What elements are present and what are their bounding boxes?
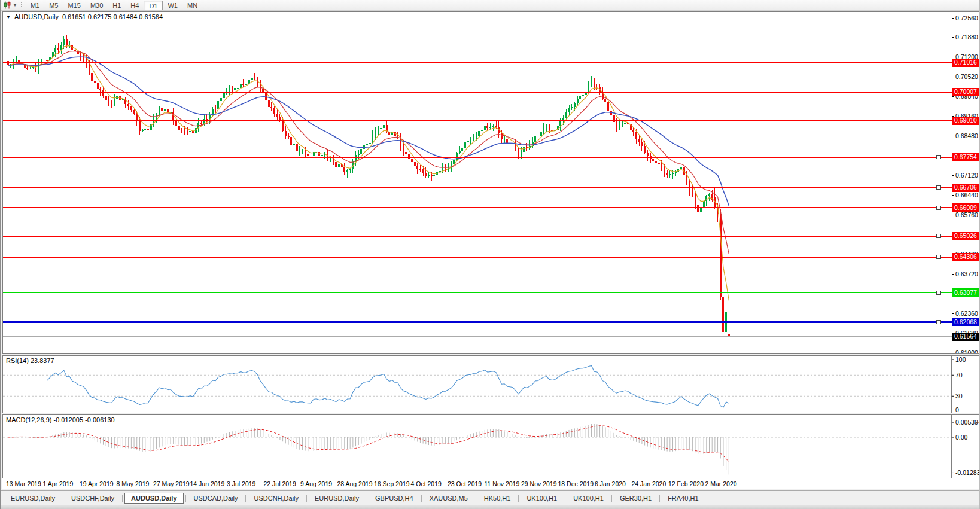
time-axis-label: 2 Mar 2020: [705, 480, 737, 487]
hline-handle: [936, 234, 940, 238]
hline-0.66009[interactable]: [3, 206, 952, 209]
svg-text:100: 100: [955, 356, 966, 363]
time-axis-label: 3 Jul 2019: [227, 480, 255, 487]
main-chart-panel[interactable]: 0.725600.718800.712000.705200.698400.691…: [2, 11, 980, 354]
time-axis-label: 14 Jun 2019: [190, 480, 225, 487]
ma-fast-line: [8, 45, 729, 300]
chart-tab-eurusd-daily-0[interactable]: EURUSD,Daily: [5, 493, 61, 504]
time-axis-label: 28 Aug 2019: [337, 480, 373, 487]
svg-text:0.72560: 0.72560: [955, 14, 978, 22]
time-axis-label: 9 Aug 2019: [300, 480, 332, 487]
svg-text:0.61000: 0.61000: [955, 349, 978, 354]
svg-text:0.70007: 0.70007: [954, 88, 977, 95]
rsi-label: RSI(14) 23.8377: [6, 357, 54, 364]
tab-separator: [122, 495, 123, 502]
chart-tab-usdchf-daily-1[interactable]: USDCHF,Daily: [65, 493, 120, 504]
time-axis-label: 27 May 2019: [153, 480, 190, 487]
timeframe-button-w1[interactable]: W1: [163, 1, 182, 10]
tab-separator: [367, 495, 367, 502]
hline-0.66706[interactable]: [3, 186, 952, 190]
svg-text:0: 0: [955, 406, 959, 413]
macd-label: MACD(12,26,9) -0.012005 -0.006130: [6, 416, 115, 423]
rsi-panel[interactable]: 10070300 RSI(14) 23.8377: [2, 355, 980, 413]
svg-text:0.71016: 0.71016: [954, 59, 977, 66]
svg-text:0.61564: 0.61564: [954, 333, 977, 340]
ma-slow-line: [8, 57, 729, 206]
svg-text:0.65760: 0.65760: [955, 211, 978, 218]
time-axis-label: 6 Jan 2020: [595, 480, 626, 487]
time-axis-label: 13 Mar 2019: [6, 480, 41, 487]
chart-tool-button[interactable]: ▼: [1, 1, 19, 10]
candles: [7, 35, 730, 352]
timeframe-buttons: M1M5M15M30H1H4D1W1MN: [26, 1, 202, 10]
chart-header: ▼ AUDUSD,Daily 0.61651 0.62175 0.61484 0…: [6, 13, 163, 20]
candlestick-chart-icon: [3, 1, 11, 9]
hline-0.65026[interactable]: [3, 234, 952, 238]
macd-chart[interactable]: 0.0053940.00-0.01283: [3, 415, 979, 478]
chart-tab-ger30-h1-11[interactable]: GER30,H1: [614, 493, 658, 504]
triangle-down-icon[interactable]: ▼: [6, 14, 11, 20]
hline-handle: [936, 320, 940, 324]
time-axis-label: 12 Feb 2020: [668, 480, 704, 487]
chart-tab-hk50-h1-8[interactable]: HK50,H1: [478, 493, 517, 504]
hline-handle: [936, 186, 940, 190]
timeframe-button-m5[interactable]: M5: [44, 1, 63, 10]
svg-text:0.70520: 0.70520: [955, 73, 978, 80]
svg-text:0.62068: 0.62068: [954, 318, 977, 325]
time-axis-label: 16 Sep 2019: [374, 480, 410, 487]
time-axis-label: 1 Apr 2019: [43, 480, 74, 487]
timeframe-button-mn[interactable]: MN: [182, 1, 202, 10]
tab-separator: [659, 495, 660, 502]
chart-tab-eurusd-daily-5[interactable]: EURUSD,Daily: [309, 493, 365, 504]
svg-text:0.69010: 0.69010: [954, 117, 977, 124]
candlestick-chart[interactable]: 0.725600.718800.712000.705200.698400.691…: [3, 12, 979, 353]
chart-tab-bar: EURUSD,DailyUSDCHF,DailyAUDUSD,DailyUSDC…: [1, 490, 979, 505]
chart-tab-uk100-h1-10[interactable]: UK100,H1: [567, 493, 610, 504]
hline-handle: [936, 255, 940, 259]
tab-separator: [611, 495, 612, 502]
hline-handle: [936, 156, 940, 159]
svg-text:0.66440: 0.66440: [955, 191, 978, 199]
tab-separator: [565, 495, 565, 502]
timeframe-button-h4[interactable]: H4: [126, 1, 144, 10]
chart-tab-gbpusd-h4-6[interactable]: GBPUSD,H4: [369, 493, 419, 504]
svg-text:0.66706: 0.66706: [954, 184, 977, 191]
chevron-down-icon: ▼: [13, 2, 17, 8]
status-strip: [1, 505, 979, 509]
chart-tab-fra40-h1-12[interactable]: FRA40,H1: [662, 493, 704, 504]
timeframe-button-m1[interactable]: M1: [26, 1, 44, 10]
tab-separator: [518, 495, 519, 502]
svg-text:0.71880: 0.71880: [955, 33, 978, 41]
tab-separator: [245, 495, 246, 502]
svg-text:0.67120: 0.67120: [955, 172, 978, 179]
tab-separator: [421, 495, 422, 502]
svg-text:0.65026: 0.65026: [954, 232, 977, 239]
chart-tab-usdcnh-daily-4[interactable]: USDCNH,Daily: [248, 493, 305, 504]
rsi-line: [47, 365, 729, 407]
tab-separator: [476, 495, 476, 502]
time-axis-label: 11 Nov 2019: [485, 480, 520, 487]
svg-text:0.63720: 0.63720: [955, 270, 978, 278]
timeframe-button-h1[interactable]: H1: [108, 1, 126, 10]
chart-tab-uk100-h1-9[interactable]: UK100,H1: [521, 493, 563, 504]
chart-tab-xauusd-m5-7[interactable]: XAUUSD,M5: [424, 493, 474, 504]
time-axis-label: 8 May 2019: [117, 480, 150, 487]
svg-text:30: 30: [955, 392, 963, 400]
time-axis-label: 24 Jan 2020: [632, 480, 666, 487]
time-axis-label: 4 Oct 2019: [411, 480, 442, 487]
hline-0.64306[interactable]: [3, 255, 952, 259]
chart-tab-usdcad-daily-3[interactable]: USDCAD,Daily: [188, 493, 244, 504]
time-axis[interactable]: 13 Mar 20191 Apr 201919 Apr 20198 May 20…: [2, 478, 980, 489]
hline-0.62068[interactable]: [3, 320, 952, 324]
hline-0.63077[interactable]: [3, 291, 952, 294]
timeframe-button-d1[interactable]: D1: [144, 1, 163, 10]
time-axis-label: 29 Nov 2019: [521, 480, 557, 487]
hline-0.67754[interactable]: [3, 156, 952, 159]
toolbar-grip[interactable]: [20, 2, 23, 9]
macd-panel[interactable]: 0.0053940.00-0.01283 MACD(12,26,9) -0.01…: [2, 414, 980, 478]
chart-tab-audusd-daily-2[interactable]: AUDUSD,Daily: [124, 493, 183, 504]
timeframe-button-m15[interactable]: M15: [63, 1, 85, 10]
rsi-chart[interactable]: 10070300: [3, 356, 979, 413]
timeframe-button-m30[interactable]: M30: [86, 1, 108, 10]
hline-price-labels: 0.710160.700070.690100.677540.667060.660…: [952, 59, 979, 341]
